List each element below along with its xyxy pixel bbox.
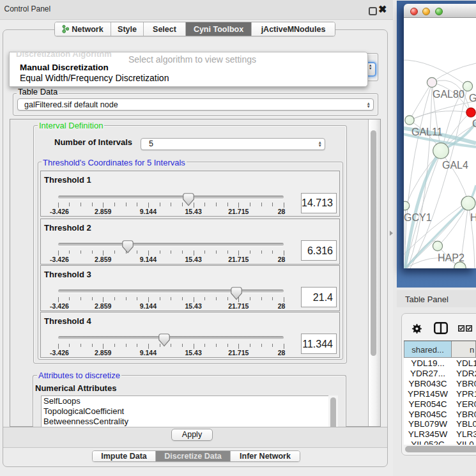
svg-text:G: G <box>469 93 476 104</box>
svg-text:GCY1: GCY1 <box>404 212 432 223</box>
svg-text:GAL80: GAL80 <box>433 89 464 100</box>
svg-text:HAP2: HAP2 <box>438 252 464 263</box>
svg-text:H: H <box>470 212 476 223</box>
svg-text:GAL4: GAL4 <box>442 160 468 171</box>
svg-text:C: C <box>472 118 476 129</box>
svg-text:GAL11: GAL11 <box>411 127 443 137</box>
